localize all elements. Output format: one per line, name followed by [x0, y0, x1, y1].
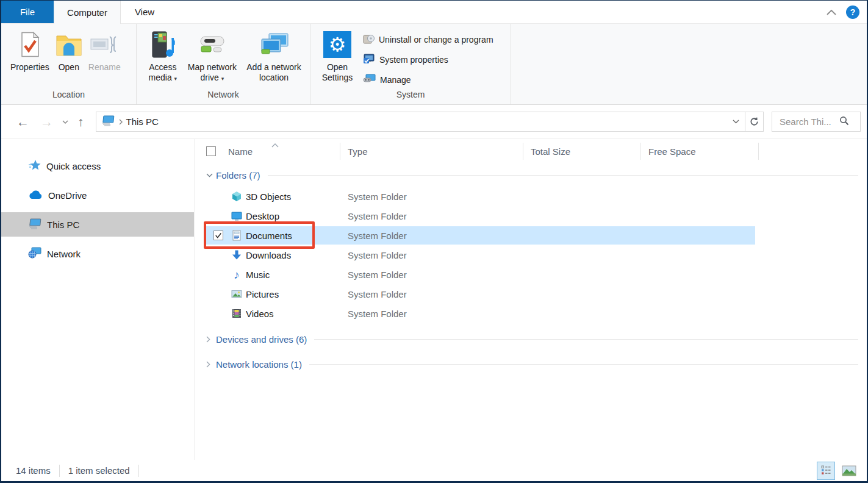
rename-button[interactable]: Rename	[85, 26, 124, 73]
search-input[interactable]	[778, 116, 839, 127]
large-icons-view-button[interactable]	[840, 462, 858, 480]
manage-button[interactable]: Manage	[363, 70, 493, 90]
up-icon[interactable]: ↑	[72, 115, 90, 129]
group-header-devices-and-drives[interactable]: Devices and drives (6)	[195, 327, 867, 351]
desktop-icon	[231, 210, 242, 221]
column-header-type[interactable]: Type	[340, 143, 523, 160]
ribbon-tab-strip: File Computer View ?	[1, 1, 867, 24]
group-divider-line	[309, 364, 858, 365]
file-list-pane: Name Type Total Size Free Space Folders …	[195, 139, 867, 460]
chevron-right-icon[interactable]	[206, 361, 215, 368]
group-header-folders[interactable]: Folders (7)	[195, 163, 867, 187]
address-field[interactable]: This PC	[96, 112, 746, 132]
list-item-documents[interactable]: Documents System Folder	[195, 226, 867, 245]
3d-objects-icon	[231, 191, 242, 202]
ribbon-group-location: Properties Open	[1, 24, 137, 104]
ribbon: Properties Open	[1, 24, 867, 105]
tab-file[interactable]: File	[1, 1, 54, 23]
network-globe-icon	[28, 247, 41, 260]
minimize-ribbon-icon[interactable]	[827, 7, 836, 18]
help-icon[interactable]: ?	[846, 5, 859, 19]
quick-access-star-icon	[28, 159, 41, 173]
group-label-location: Location	[1, 90, 136, 104]
videos-icon	[231, 308, 242, 319]
open-button[interactable]: Open	[52, 26, 85, 73]
sidebar-item-onedrive[interactable]: OneDrive	[1, 183, 194, 207]
system-properties-icon	[363, 53, 375, 66]
uninstall-program-icon	[363, 33, 375, 46]
map-network-drive-icon	[198, 27, 227, 62]
list-item-pictures[interactable]: Pictures System Folder	[195, 284, 867, 304]
divider	[138, 465, 139, 477]
settings-gear-icon: ⚙	[323, 31, 351, 58]
group-divider-line	[314, 339, 858, 340]
ribbon-group-network: Access media ▾ Map network drive ▾	[137, 24, 310, 104]
access-media-button[interactable]: Access media ▾	[143, 26, 183, 84]
column-header-free-space[interactable]: Free Space	[641, 143, 759, 160]
sidebar-item-network[interactable]: Network	[1, 242, 194, 266]
system-properties-button[interactable]: System properties	[363, 49, 493, 70]
dropdown-caret-icon: ▾	[174, 76, 178, 82]
item-count: 14 items	[16, 465, 51, 476]
annotation-highlight-box	[204, 221, 315, 249]
ribbon-empty-space	[511, 24, 867, 104]
search-icon[interactable]	[839, 116, 849, 128]
list-item-3d-objects[interactable]: 3D Objects System Folder	[195, 187, 867, 206]
breadcrumb-chevron-icon	[119, 119, 123, 125]
music-note-icon: ♪	[231, 269, 242, 280]
downloads-icon	[231, 249, 242, 260]
column-headers: Name Type Total Size Free Space	[195, 139, 867, 163]
tab-computer[interactable]: Computer	[54, 1, 121, 24]
pictures-icon	[231, 288, 242, 299]
recent-locations-chevron-icon[interactable]	[59, 120, 72, 124]
group-label-network: Network	[137, 90, 310, 104]
sidebar-item-this-pc[interactable]: This PC	[1, 212, 194, 237]
this-pc-icon	[101, 115, 115, 129]
uninstall-program-button[interactable]: Uninstall or change a program	[363, 29, 493, 49]
this-pc-icon	[28, 218, 41, 231]
sort-ascending-icon	[271, 139, 279, 149]
chevron-down-icon[interactable]	[206, 173, 215, 177]
divider	[59, 465, 60, 477]
group-label-system: System	[310, 90, 511, 104]
column-header-name[interactable]: Name	[195, 143, 340, 160]
refresh-icon[interactable]	[745, 112, 764, 132]
back-icon[interactable]: ←	[11, 115, 35, 129]
search-box[interactable]	[772, 112, 861, 132]
ribbon-group-system: ⚙ Open Settings Uninstall or ch	[310, 24, 511, 104]
open-settings-button[interactable]: ⚙ Open Settings	[317, 26, 358, 83]
group-divider-line	[268, 175, 858, 176]
group-header-network-locations[interactable]: Network locations (1)	[195, 352, 867, 376]
open-folder-icon	[56, 27, 82, 62]
forward-icon[interactable]: →	[35, 115, 59, 129]
add-network-location-icon	[259, 27, 289, 62]
map-network-drive-button[interactable]: Map network drive ▾	[183, 26, 242, 84]
onedrive-cloud-icon	[28, 190, 43, 201]
address-dropdown-chevron-icon[interactable]	[726, 112, 745, 131]
properties-icon	[20, 27, 40, 62]
manage-icon	[363, 73, 376, 86]
add-network-location-button[interactable]: Add a network location	[242, 26, 306, 83]
list-item-music[interactable]: ♪ Music System Folder	[195, 265, 867, 284]
selection-count: 1 item selected	[68, 465, 130, 476]
column-header-total-size[interactable]: Total Size	[523, 143, 641, 160]
navigation-pane: Quick access OneDrive This PC	[1, 139, 195, 460]
address-bar: ← → ↑ This PC	[1, 105, 867, 139]
chevron-right-icon[interactable]	[206, 336, 215, 343]
file-explorer-window: File Computer View ?	[0, 0, 868, 483]
properties-button[interactable]: Properties	[7, 26, 52, 73]
details-view-button[interactable]	[817, 462, 835, 480]
sidebar-item-quick-access[interactable]: Quick access	[1, 154, 194, 178]
dropdown-caret-icon: ▾	[221, 76, 224, 82]
access-media-icon	[151, 27, 175, 62]
tab-view[interactable]: View	[121, 1, 168, 23]
breadcrumb-this-pc[interactable]: This PC	[126, 116, 159, 127]
list-item-videos[interactable]: Videos System Folder	[195, 304, 867, 323]
select-all-checkbox[interactable]	[206, 146, 216, 156]
status-bar: 14 items 1 item selected	[1, 460, 867, 481]
rename-icon	[90, 27, 119, 62]
